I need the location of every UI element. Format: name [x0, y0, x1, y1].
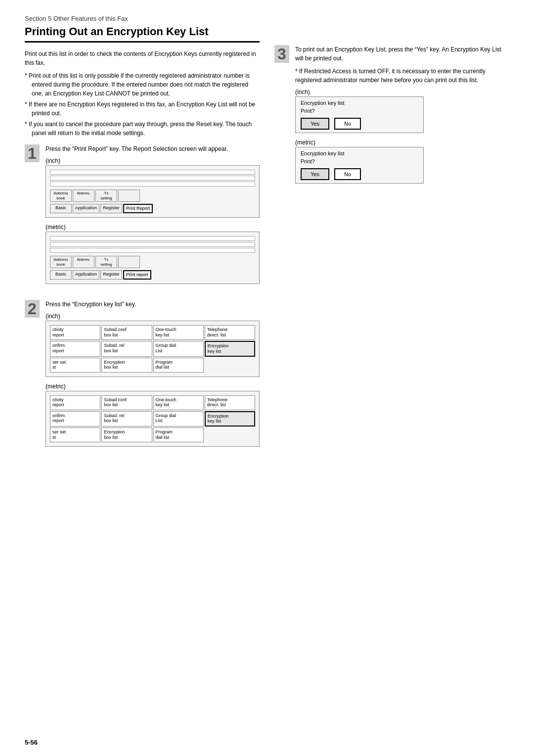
cell-empty	[205, 358, 255, 373]
step3-inch-yn-screen: Encryption key list Print? Yes No	[295, 96, 424, 133]
step-2-content: Press the “Encryption key list” key. (in…	[45, 300, 260, 453]
step3-metric-yn-screen: Encryption key list Print? Yes No	[295, 147, 424, 184]
basic-tab[interactable]: Basic	[50, 204, 72, 213]
step1-inch-screen: Addressbook Abbrev. Txsetting Basic Appl…	[45, 165, 260, 218]
cell-confirm[interactable]: onfirm.report	[50, 341, 100, 357]
screen-line	[50, 176, 255, 181]
cell-user-set-m[interactable]: ser set.st	[50, 427, 100, 442]
addr-book-tab[interactable]: Addressbook	[50, 189, 72, 202]
bullet-item-3: * If you want to cancel the procedure pa…	[25, 120, 260, 138]
cell-program-dial[interactable]: Programdial list	[153, 358, 204, 373]
screen-line	[50, 242, 255, 247]
no-button-inch[interactable]: No	[334, 118, 361, 130]
application-tab[interactable]: Application	[73, 204, 99, 213]
step3-inch-label: (inch)	[295, 89, 509, 95]
cell-encryption-key-list-m[interactable]: Encryptionkey list	[205, 411, 255, 427]
cell-one-touch[interactable]: One-touchkey list	[153, 325, 204, 340]
yn-question-metric: Print?	[299, 158, 420, 164]
step-2-number: 2	[25, 300, 40, 318]
tx-setting-tab-m[interactable]: Txsetting	[95, 256, 117, 268]
intro-text: Print out this list in order to check th…	[25, 49, 260, 67]
cell-one-touch-m[interactable]: One-touchkey list	[153, 395, 204, 410]
bullet-item-1: * Print out of this list is only possibl…	[25, 71, 260, 98]
step-2-block: 2 Press the “Encryption key list” key. (…	[25, 300, 260, 453]
step-3-number: 3	[274, 45, 289, 63]
step-3-text2: * If Restricted Access is turned OFF, it…	[295, 67, 509, 85]
cell-telephone-m[interactable]: Telephonedirect. list	[205, 395, 255, 410]
screen-line	[50, 248, 255, 253]
yn-title-inch: Encryption key list	[299, 100, 420, 106]
step-3-text1: To print out an Encryption Key List, pre…	[295, 45, 509, 63]
basic-tab-m[interactable]: Basic	[50, 270, 72, 280]
bullet-list: * Print out of this list is only possibl…	[25, 71, 260, 138]
yes-button-metric[interactable]: Yes	[301, 168, 329, 180]
screen-line	[50, 182, 255, 187]
step1-inch-label: (inch)	[45, 157, 260, 164]
tx-setting-tab[interactable]: Txsetting	[95, 189, 117, 202]
step-3-block: 3 To print out an Encryption Key List, p…	[274, 45, 509, 189]
cell-encryption-box[interactable]: Encryptionbox list	[101, 358, 152, 373]
cell-group-dial-m[interactable]: Group dialList	[153, 411, 204, 427]
cell-program-dial-m[interactable]: Programdial list	[153, 427, 204, 442]
step2-inch-label: (inch)	[45, 313, 260, 320]
cell-activity-report-m[interactable]: ctivityreport	[50, 395, 100, 410]
abbrev-tab[interactable]: Abbrev.	[73, 189, 94, 202]
step-2-text: Press the “Encryption key list” key.	[45, 300, 260, 309]
yes-button-inch[interactable]: Yes	[301, 118, 329, 130]
print-report-tab[interactable]: Print Report	[123, 204, 153, 213]
bullet-item-2: * If there are no Encryption Keys regist…	[25, 100, 260, 118]
step3-metric-label: (metric)	[295, 139, 509, 146]
yn-title-metric: Encryption key list	[299, 150, 420, 156]
cell-activity-report[interactable]: ctivityreport	[50, 325, 100, 340]
step1-metric-label: (metric)	[45, 224, 260, 231]
step-1-block: 1 Press the “Print Report” key. The Repo…	[25, 144, 260, 290]
screen-line	[50, 236, 255, 241]
cell-subad-conf[interactable]: Subad confbox list	[101, 325, 152, 340]
cell-telephone[interactable]: Telephonedirect. list	[205, 325, 255, 340]
cell-encryption-key-list[interactable]: Encryptionkey list	[205, 341, 255, 357]
screen-line	[50, 170, 255, 175]
step2-inch-screen: ctivityreport Subad confbox list One-tou…	[45, 321, 260, 377]
cell-subad-rel-m[interactable]: Subad. relbox list	[101, 411, 152, 427]
misc-tab-m[interactable]	[118, 256, 140, 268]
cell-user-set[interactable]: ser set.st	[50, 358, 100, 373]
step-3-content: To print out an Encryption Key List, pre…	[295, 45, 509, 189]
addr-book-tab-m[interactable]: Addressbook	[50, 256, 72, 268]
step-1-content: Press the “Print Report” key. The Report…	[45, 144, 260, 290]
cell-encryption-box-m[interactable]: Encryptionbox list	[101, 427, 152, 442]
cell-subad-rel[interactable]: Subad. relbox list	[101, 341, 152, 357]
page-title: Printing Out an Encryption Key List	[25, 25, 260, 43]
step2-metric-label: (metric)	[45, 383, 260, 390]
misc-tab[interactable]	[118, 189, 140, 202]
register-tab-m[interactable]: Register	[100, 270, 122, 280]
cell-group-dial[interactable]: Group dialList	[153, 341, 204, 357]
step1-metric-screen: Addressbook Abbrev. Txsetting Basic Appl…	[45, 232, 260, 284]
register-tab[interactable]: Register	[100, 204, 122, 213]
cell-confirm-m[interactable]: onfirm.report	[50, 411, 100, 427]
cell-subad-conf-m[interactable]: Subad confbox list	[101, 395, 152, 410]
print-report-tab-m[interactable]: Print report	[123, 270, 151, 280]
step2-metric-screen: ctivityreport Subad confbox list One-tou…	[45, 391, 260, 447]
no-button-metric[interactable]: No	[334, 168, 361, 180]
abbrev-tab-m[interactable]: Abbrev.	[73, 256, 94, 268]
application-tab-m[interactable]: Application	[73, 270, 99, 280]
step-1-text: Press the “Print Report” key. The Report…	[45, 144, 260, 153]
step-1-number: 1	[25, 144, 40, 162]
page-footer: 5-56	[25, 739, 38, 746]
section-header: Section 5 Other Features of this Fax	[25, 15, 509, 22]
cell-empty-m	[205, 427, 255, 442]
yn-question-inch: Print?	[299, 108, 420, 114]
